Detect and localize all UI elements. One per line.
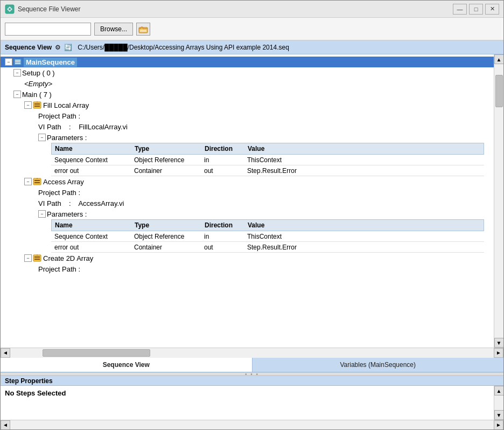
sequence-view-header: Sequence View ⚙ 🔄 C:/Users/█████/Desktop… [1, 40, 503, 54]
access-table-row-2[interactable]: error out Container out Step.Result.Erro… [51, 242, 484, 253]
access-row1-val: ThisContext [245, 233, 484, 240]
tree-row-access-project-path: Project Path : [1, 187, 494, 198]
fill-params-label: Parameters : [47, 134, 87, 142]
toggle-main-sequence[interactable]: − [5, 58, 12, 66]
path-input[interactable] [5, 23, 91, 36]
access-table-header: Name Type Direction Value [51, 219, 484, 231]
tree-row-main-sequence[interactable]: − MainSequence [1, 57, 494, 67]
fill-table-row-2[interactable]: error out Container out Step.Result.Erro… [51, 165, 484, 176]
toggle-fill-local[interactable]: − [24, 101, 32, 109]
tab-variables[interactable]: Variables (MainSequence) [253, 358, 504, 372]
step-icon-create2d [33, 254, 41, 262]
empty-label: <Empty> [24, 80, 52, 88]
tree-container: − MainSequence [1, 54, 503, 348]
tree-row-fill-vi-path: VI Path : FillLocalArray.vi [1, 121, 494, 132]
access-row1-name: Sequence Context [51, 233, 132, 240]
tree-h-scrollbar: ◄ ► [1, 348, 503, 357]
access-row2-type: Container [132, 244, 202, 251]
step-props-h-scrollbar: ◄ ► [1, 420, 503, 429]
title-bar: Sequence File Viewer — □ ✕ [1, 1, 503, 18]
tree-row-access-params[interactable]: − Parameters : [1, 209, 494, 219]
step-icon-access [33, 177, 41, 186]
seq-refresh-icon[interactable]: 🔄 [64, 44, 72, 51]
svg-rect-7 [33, 102, 41, 108]
header-type-1: Type [132, 145, 202, 152]
access-table-row-1[interactable]: Sequence Context Object Reference in Thi… [51, 231, 484, 242]
svg-rect-6 [15, 63, 20, 64]
scroll-down-button[interactable]: ▼ [494, 338, 504, 348]
fill-row2-name: error out [51, 167, 132, 175]
open-file-button[interactable] [136, 23, 150, 36]
scroll-left-button[interactable]: ◄ [1, 348, 10, 358]
svg-point-1 [9, 8, 11, 10]
bottom-tabs: Sequence View Variables (MainSequence) [1, 357, 503, 372]
window-controls: — □ ✕ [453, 4, 499, 15]
step-scroll-right[interactable]: ► [494, 420, 503, 430]
close-button[interactable]: ✕ [485, 4, 499, 15]
svg-rect-15 [33, 255, 41, 261]
step-h-scroll-track[interactable] [10, 420, 494, 430]
fill-row1-name: Sequence Context [51, 156, 132, 164]
step-v-scroll-track[interactable] [494, 396, 504, 410]
create-2d-array-label: Create 2D Array [43, 254, 93, 262]
access-params-label: Parameters : [47, 210, 87, 218]
access-params-table-wrapper: Name Type Direction Value Sequence Conte… [1, 219, 494, 253]
seq-settings-icon[interactable]: ⚙ [55, 44, 61, 51]
tree-node-main: − Main ( 7 ) − [1, 89, 494, 274]
no-steps-label: No Steps Selected [5, 389, 66, 397]
h-scroll-track[interactable] [10, 348, 494, 358]
h-scroll-thumb[interactable] [43, 349, 150, 357]
tree-row-fill-local-array[interactable]: − Fill Local Array [1, 100, 494, 110]
tree-row-fill-project-path: Project Path : [1, 110, 494, 121]
access-vi-path-label: VI Path : AccessArray.vi [38, 199, 124, 207]
header-dir-2: Direction [202, 221, 246, 229]
tree-row-access-array[interactable]: − Access Array [1, 176, 494, 187]
toolbar: Browse... [1, 18, 503, 40]
step-scroll-up[interactable]: ▲ [494, 386, 504, 396]
step-properties-panel: Step Properties No Steps Selected ▲ ▼ ◄ [1, 376, 503, 429]
access-row2-dir: out [202, 244, 245, 251]
step-scroll-down[interactable]: ▼ [494, 410, 504, 420]
tree-row-main7[interactable]: − Main ( 7 ) [1, 89, 494, 100]
toggle-access-params[interactable]: − [38, 210, 46, 218]
step-scroll-left[interactable]: ◄ [1, 420, 10, 430]
header-name-1: Name [52, 145, 132, 152]
file-path: C:/Users/█████/Desktop/Accessing Arrays … [78, 44, 289, 51]
tree-row-setup[interactable]: − Setup ( 0 ) [1, 67, 494, 78]
vertical-scroll-track[interactable] [494, 64, 504, 338]
scroll-up-button[interactable]: ▲ [494, 54, 504, 64]
tree-row-fill-params[interactable]: − Parameters : [1, 132, 494, 143]
app-icon [5, 4, 15, 14]
main-window: Sequence File Viewer — □ ✕ Browse... Seq… [0, 0, 504, 430]
access-project-path-label: Project Path : [38, 189, 80, 197]
tab-sequence-view[interactable]: Sequence View [1, 358, 253, 372]
header-name-2: Name [52, 221, 132, 229]
fill-project-path-label: Project Path : [38, 112, 80, 120]
svg-rect-4 [15, 60, 20, 61]
toggle-access-array[interactable]: − [24, 178, 32, 185]
fill-row1-val: ThisContext [245, 156, 484, 164]
browse-button[interactable]: Browse... [94, 23, 133, 36]
tree-row-create-2d-array[interactable]: − Create 2D Array [1, 253, 494, 263]
minimize-button[interactable]: — [453, 4, 467, 15]
fill-vi-path-label: VI Path : FillLocalArray.vi [38, 123, 128, 131]
sequence-view-label: Sequence View [5, 44, 52, 51]
toggle-main7[interactable]: − [13, 91, 21, 98]
toggle-create-2d[interactable]: − [24, 254, 32, 262]
step-icon-fill [33, 101, 41, 109]
tree-row-empty[interactable]: <Empty> [1, 78, 494, 89]
fill-row2-type: Container [132, 167, 202, 175]
maximize-button[interactable]: □ [469, 4, 483, 15]
fill-params-table-wrapper: Name Type Direction Value Sequence Conte… [1, 143, 494, 176]
scroll-right-button[interactable]: ► [494, 348, 503, 358]
fill-table-row-1[interactable]: Sequence Context Object Reference in Thi… [51, 155, 484, 165]
vertical-scroll-thumb[interactable] [495, 75, 503, 107]
step-props-v-scrollbar: ▲ ▼ [494, 386, 503, 420]
tree-node-create-2d-array: − Create 2D Array [1, 253, 494, 274]
toggle-setup[interactable]: − [13, 69, 21, 77]
tree-area[interactable]: − MainSequence [1, 54, 494, 348]
toggle-fill-params[interactable]: − [38, 134, 46, 141]
fill-row2-val: Step.Result.Error [245, 167, 484, 175]
svg-rect-16 [34, 256, 40, 258]
main7-label: Main ( 7 ) [22, 91, 52, 99]
